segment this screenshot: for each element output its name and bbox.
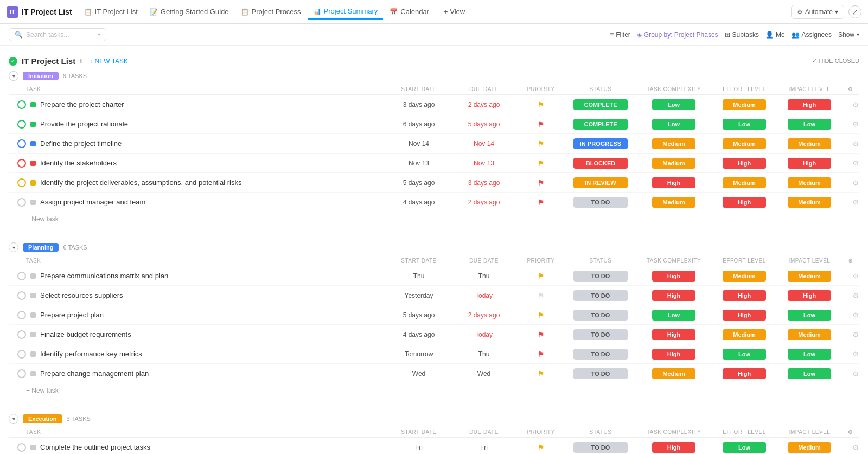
task-settings-1-5[interactable]: ⚙ (842, 369, 859, 378)
task-settings-2-0[interactable]: ⚙ (842, 443, 859, 452)
task-cell-name: Complete the outlined project tasks (9, 443, 386, 452)
task-row[interactable]: Complete the outlined project tasks Fri … (9, 438, 859, 454)
task-settings-1-2[interactable]: ⚙ (842, 311, 859, 319)
task-cell-name: Assign project manager and team (9, 198, 386, 207)
nav-tab-project-process[interactable]: 📋Project Process (235, 4, 307, 19)
task-effort-cell-0-2: Medium (712, 138, 777, 149)
show-button[interactable]: Show ▾ (838, 31, 859, 39)
search-box[interactable]: 🔍 Search tasks... ▾ (9, 28, 106, 41)
task-effort-badge-0-5: High (723, 197, 766, 208)
task-settings-1-3[interactable]: ⚙ (842, 330, 859, 339)
me-button[interactable]: 👤 Me (765, 31, 785, 39)
task-effort-badge-0-0: Medium (723, 99, 766, 110)
task-impact-badge-1-1: High (788, 290, 831, 301)
task-row[interactable]: Select resources suppliers Yesterday Tod… (9, 286, 859, 305)
task-row[interactable]: Define the project timeline Nov 14 Nov 1… (9, 134, 859, 154)
group-toggle-execution[interactable]: ▾ (9, 414, 18, 424)
task-row[interactable]: Prepare change management plan Wed Wed ⚑… (9, 364, 859, 383)
task-check-1-1[interactable] (17, 291, 26, 300)
task-row[interactable]: Prepare communications matrix and plan T… (9, 266, 859, 286)
task-settings-0-3[interactable]: ⚙ (842, 159, 859, 168)
task-status-cell-1-3: TO DO (565, 329, 636, 340)
task-check-0-2[interactable] (17, 139, 26, 148)
task-due-date-0-0: 2 days ago (451, 101, 516, 108)
task-priority-1-5: ⚑ (516, 369, 565, 378)
task-settings-0-1[interactable]: ⚙ (842, 120, 859, 129)
task-check-2-0[interactable] (17, 443, 26, 452)
group-by-button[interactable]: ◈ Group by: Project Phases (637, 31, 718, 39)
nav-tab-label-calendar: Calendar (400, 8, 429, 16)
nav-tab-project-summary[interactable]: 📊Project Summary (308, 4, 384, 20)
task-settings-0-4[interactable]: ⚙ (842, 178, 859, 187)
group-toggle-planning[interactable]: ▾ (9, 242, 18, 252)
task-settings-1-4[interactable]: ⚙ (842, 350, 859, 359)
group-toggle-initiation[interactable]: ▾ (9, 71, 18, 81)
task-row[interactable]: Prepare project plan 5 days ago 2 days a… (9, 305, 859, 325)
task-name-1-4: Identify performance key metrics (40, 350, 142, 358)
list-info-icon[interactable]: ℹ (80, 57, 82, 65)
task-cell-name: Select resources suppliers (9, 291, 386, 300)
priority-flag-2-0: ⚑ (538, 443, 545, 452)
task-row[interactable]: Identify the stakeholders Nov 13 Nov 13 … (9, 154, 859, 173)
nav-tab-getting-started[interactable]: 📝Getting Started Guide (144, 4, 234, 19)
col-status: STATUS (565, 258, 636, 264)
task-settings-0-0[interactable]: ⚙ (842, 100, 859, 109)
task-impact-badge-1-4: Low (788, 349, 831, 360)
task-priority-0-0: ⚑ (516, 100, 565, 109)
task-settings-0-2[interactable]: ⚙ (842, 139, 859, 148)
col-due-date: DUE DATE (451, 86, 516, 92)
new-task-initiation[interactable]: + New task (9, 212, 859, 226)
task-name-0-5: Assign project manager and team (40, 198, 145, 206)
nav-tab-calendar[interactable]: 📅Calendar (384, 4, 435, 19)
main-content: ✓ IT Project List ℹ + NEW TASK ✓ HIDE CL… (0, 46, 868, 454)
task-check-0-1[interactable] (17, 120, 26, 129)
task-effort-badge-0-3: High (723, 158, 766, 169)
nav-tab-icon-project-summary: 📊 (313, 8, 321, 15)
new-task-planning[interactable]: + New task (9, 383, 859, 398)
group-count-planning: 6 TASKS (63, 244, 87, 251)
assignees-button[interactable]: 👥 Assignees (792, 31, 832, 39)
task-effort-cell-0-3: High (712, 158, 777, 169)
task-row[interactable]: Identify performance key metrics Tomorro… (9, 344, 859, 364)
task-check-1-4[interactable] (17, 350, 26, 359)
task-impact-badge-0-3: High (788, 158, 831, 169)
task-name-1-0: Prepare communications matrix and plan (40, 272, 168, 280)
expand-button[interactable]: ⤢ (848, 5, 861, 18)
assignees-label: Assignees (802, 31, 832, 39)
nav-tab-view[interactable]: + View (436, 4, 470, 19)
hide-closed-button[interactable]: ✓ HIDE CLOSED (812, 57, 859, 65)
task-check-1-0[interactable] (17, 272, 26, 280)
nav-tab-icon-project-process: 📋 (241, 8, 249, 16)
task-row[interactable]: Assign project manager and team 4 days a… (9, 193, 859, 212)
task-check-1-5[interactable] (17, 369, 26, 378)
task-row[interactable]: Identify the project deliverables, assum… (9, 173, 859, 193)
task-start-date-1-2: 5 days ago (386, 311, 451, 319)
task-status-cell-0-0: COMPLETE (565, 99, 636, 110)
task-row[interactable]: Prepare the project charter 3 days ago 2… (9, 95, 859, 114)
nav-tab-label-project-process: Project Process (252, 8, 301, 16)
task-priority-0-2: ⚑ (516, 139, 565, 148)
task-cell-name: Provide the project rationale (9, 120, 386, 129)
automate-button[interactable]: ⚙ Automate ▾ (791, 5, 844, 19)
task-check-1-3[interactable] (17, 330, 26, 339)
task-check-0-4[interactable] (17, 178, 26, 187)
task-settings-0-5[interactable]: ⚙ (842, 198, 859, 207)
task-check-0-3[interactable] (17, 159, 26, 168)
task-name-1-2: Prepare project plan (40, 311, 104, 319)
task-start-date-0-4: 5 days ago (386, 179, 451, 187)
task-impact-cell-0-1: Low (777, 119, 842, 130)
filter-button[interactable]: ≡ Filter (610, 31, 630, 39)
col-priority: PRIORITY (516, 258, 565, 264)
subtasks-button[interactable]: ⊞ Subtasks (725, 31, 759, 39)
task-settings-1-1[interactable]: ⚙ (842, 291, 859, 300)
task-check-0-0[interactable] (17, 100, 26, 109)
task-cell-name: Define the project timeline (9, 139, 386, 148)
list-check[interactable]: ✓ (9, 57, 17, 66)
new-task-button[interactable]: + NEW TASK (89, 57, 128, 65)
task-row[interactable]: Provide the project rationale 6 days ago… (9, 114, 859, 134)
task-check-0-5[interactable] (17, 198, 26, 207)
task-settings-1-0[interactable]: ⚙ (842, 272, 859, 280)
nav-tab-it-project-list[interactable]: 📋IT Project List (79, 4, 143, 19)
task-row[interactable]: Finalize budget requirements 4 days ago … (9, 325, 859, 344)
task-check-1-2[interactable] (17, 311, 26, 319)
